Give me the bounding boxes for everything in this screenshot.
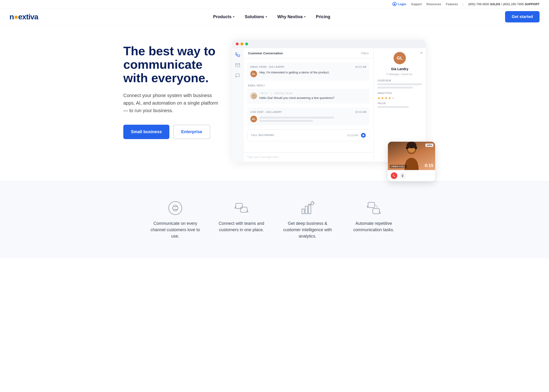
customer-title: IT Manager, Future Inc. [386,73,413,76]
video-timer: 0:15 [425,163,433,168]
svg-rect-10 [236,203,242,209]
svg-point-9 [169,202,182,215]
logo[interactable]: n●extiva [9,13,38,21]
email-label: EMAIL FROM - GIA LANDRY [250,66,285,68]
feature-analytics-text: Get deep business & customer intelligenc… [282,220,334,239]
feature-automate: Automate repetitive communication tasks. [341,196,407,244]
email-time: 10:13 AM [355,66,366,68]
conv-title: Customer Conversation [248,51,283,55]
email-reply-label: EMAIL REPLY [247,84,370,87]
gl-avatar: GL [250,71,257,77]
feature-analytics: Get deep business & customer intelligenc… [274,196,341,244]
customer-name: Gia Landry [391,67,408,71]
feature-communicate-text: Communicate on every channel customers l… [149,220,201,239]
feature-automate-text: Automate repetitive communication tasks. [348,220,400,233]
phone-info: (800) 799-0600 SALES / (800) 285-7995 SU… [468,2,540,6]
play-button[interactable] [361,133,366,138]
conv-filters: Filters [361,52,369,55]
hero-subtext: Connect your phone system with business … [123,92,223,114]
analytics-section: ANALYTICS ★★★★★ [378,92,422,100]
logo-text: n●extiva [9,13,38,21]
live-chat-block: LIVE CHAT - GIA LANDRY 10:15 AM GL [247,107,370,126]
email-reply-block: T TAY R. | SERVICE TEAM Hello Gi [247,89,370,104]
tay-meta: TAY R. | SERVICE TEAM [259,92,335,95]
video-thumbnail: 100% 0:15 VIDEO CALL [388,142,435,170]
overview-section: OVERVIEW [378,79,422,90]
main-nav: n●extiva Products ▾ Solutions ▾ Why Next… [0,8,549,26]
svg-point-0 [394,3,395,4]
email-content: Hey, I'm interested in getting a demo of… [259,70,330,75]
resources-link[interactable]: Resources [426,2,441,6]
top-bar-links: Login Support Resources Features | (800)… [392,2,540,6]
hero-buttons: Small business Enterprise [123,125,223,139]
svg-point-7 [406,147,409,149]
products-chevron-icon: ▾ [233,15,234,18]
feature-communicate: Communicate on every channel customers l… [142,196,208,244]
tay-avatar: T [250,92,257,99]
svg-point-8 [414,147,417,149]
support-link[interactable]: Support [411,2,422,6]
value-section: VALUE [378,102,422,108]
hero-headline: The best way to communicate with everyon… [123,44,223,85]
get-started-button[interactable]: Get started [505,11,540,22]
feature-teams: Connect with teams and customers in one … [208,196,274,244]
phone-icon [235,52,240,58]
window-minimize-dot [240,42,243,45]
conversation-panel: Customer Conversation Filters EMAIL FROM… [243,48,374,161]
svg-rect-13 [305,206,308,214]
overview-label: OVERVIEW [378,79,422,82]
window-close-dot [236,42,239,45]
communicate-icon [168,201,183,216]
hero-right: Customer Conversation Filters EMAIL FROM… [232,40,426,172]
email-icon [235,62,240,68]
nav-links: Products ▾ Solutions ▾ Why Nextiva ▾ Pri… [209,12,335,22]
features-section: Communicate on every channel customers l… [0,181,549,258]
reply-content: Hello Gia! Would you mind answering a fe… [259,96,335,100]
conversation-messages: EMAIL FROM - GIA LANDRY 10:13 AM GL Hey,… [243,59,373,152]
call-recording-label: CALL RECORDING [251,134,345,136]
svg-rect-12 [302,209,304,214]
nav-why-nextiva[interactable]: Why Nextiva ▾ [273,12,310,22]
svg-rect-17 [373,209,379,214]
rating-half-star: ★ [392,96,395,100]
video-percentage: 100% [425,144,433,147]
automate-icon [366,201,381,216]
feature-teams-text: Connect with teams and customers in one … [215,220,267,233]
close-icon[interactable]: ✕ [420,51,423,55]
play-icon [363,134,365,136]
call-recording-block: CALL RECORDING 10:20 AM [247,129,370,141]
email-reply-section: EMAIL REPLY T TAY R. | [247,84,370,104]
login-link[interactable]: Login [392,2,406,6]
login-icon [392,2,397,6]
end-call-button[interactable] [391,172,397,179]
nav-solutions[interactable]: Solutions ▾ [240,12,271,22]
rating-stars: ★★★★ [378,96,392,100]
message-input-area[interactable]: Type your message here [243,152,373,161]
hero-section: The best way to communicate with everyon… [109,26,440,181]
chat-icon [235,73,240,78]
live-chat-label: LIVE CHAT - GIA LANDRY [250,111,282,113]
nav-pricing[interactable]: Pricing [312,12,335,22]
top-bar: Login Support Resources Features | (800)… [0,0,549,8]
gl-avatar-2: GL [250,116,257,122]
live-chat-time: 10:15 AM [355,111,366,113]
mockup-sidebar [232,48,243,161]
window-maximize-dot [245,42,248,45]
teams-icon [234,201,249,216]
video-call-popup: 100% 0:15 VIDEO CALL GL GIA LANDRY Can w… [388,142,435,181]
mute-button[interactable] [399,172,406,179]
svg-rect-14 [309,204,311,214]
customer-avatar: GL [394,52,406,64]
email-message-block: EMAIL FROM - GIA LANDRY 10:13 AM GL Hey,… [247,62,370,81]
hero-left: The best way to communicate with everyon… [123,40,223,139]
value-label: VALUE [378,102,422,105]
features-link[interactable]: Features [446,2,458,6]
analytics-label: ANALYTICS [378,92,422,94]
enterprise-button[interactable]: Enterprise [173,125,210,139]
window-chrome [232,40,426,48]
nav-products[interactable]: Products ▾ [209,12,239,22]
video-call-badge: VIDEO CALL [390,165,407,168]
small-business-button[interactable]: Small business [123,125,169,139]
call-recording-time: 10:20 AM [347,134,358,137]
why-nextiva-chevron-icon: ▾ [304,15,305,18]
